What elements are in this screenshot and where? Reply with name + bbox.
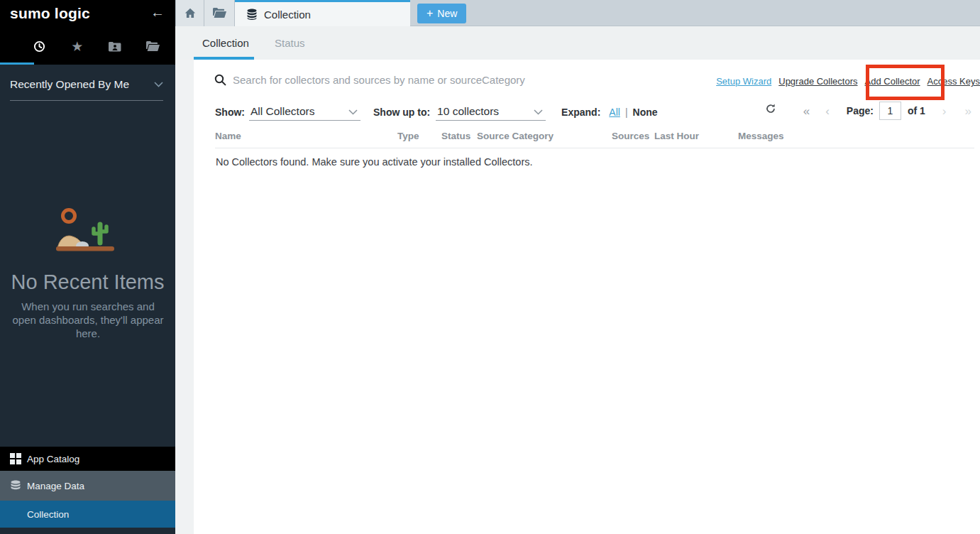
column-header-type: Type bbox=[397, 131, 441, 141]
tab-label: Collection bbox=[264, 9, 311, 21]
favorites-tab[interactable]: ★ bbox=[67, 38, 88, 56]
collectors-table-header: Name Type Status Source Category Sources… bbox=[215, 131, 974, 148]
no-recent-items-subtitle: When you run searches and open dashboard… bbox=[11, 300, 165, 340]
window-tab-bar: Collection + New bbox=[175, 0, 980, 26]
home-tab-button[interactable] bbox=[175, 0, 204, 26]
database-icon bbox=[10, 480, 21, 491]
add-collector-link[interactable]: Add Collector bbox=[865, 76, 920, 87]
sidebar-item-label: Collection bbox=[27, 509, 69, 520]
expand-all-link[interactable]: All bbox=[609, 107, 620, 121]
last-page-button[interactable]: » bbox=[965, 105, 971, 117]
show-up-to-dropdown[interactable]: 10 collectors bbox=[436, 105, 546, 121]
page-number-input[interactable] bbox=[879, 102, 901, 120]
plus-icon: + bbox=[426, 8, 433, 19]
next-page-button[interactable]: › bbox=[942, 105, 947, 117]
home-icon bbox=[185, 8, 196, 18]
upgrade-collectors-link[interactable]: Upgrade Collectors bbox=[778, 76, 857, 87]
recent-scope-dropdown[interactable]: Recently Opened By Me bbox=[10, 78, 163, 101]
page-label: Page: bbox=[847, 105, 874, 116]
show-up-to-value: 10 collectors bbox=[436, 105, 499, 118]
search-input[interactable] bbox=[233, 70, 616, 89]
page-subtab-strip: Collection Status bbox=[175, 26, 980, 60]
chevron-down-icon bbox=[348, 109, 358, 115]
expand-separator: | bbox=[625, 107, 628, 121]
sidebar-item-label: Manage Data bbox=[27, 481, 84, 491]
shared-content-tab[interactable] bbox=[104, 38, 126, 56]
show-filter-dropdown[interactable]: All Collectors bbox=[249, 105, 360, 121]
show-filter-label: Show: bbox=[215, 107, 245, 121]
refresh-button[interactable] bbox=[765, 103, 776, 114]
tab-collection[interactable]: Collection bbox=[235, 0, 410, 26]
sidebar-logo-row: sumo logic ← bbox=[0, 0, 175, 28]
toolbar-links: Setup Wizard Upgrade Collectors Add Coll… bbox=[716, 76, 980, 87]
search-icon bbox=[214, 74, 226, 86]
active-sidebar-tab-indicator bbox=[0, 62, 34, 65]
collapse-sidebar-arrow-icon[interactable]: ← bbox=[150, 4, 165, 21]
show-up-to-label: Show up to: bbox=[373, 107, 430, 121]
new-tab-button[interactable]: + New bbox=[417, 4, 466, 23]
sidebar-item-app-catalog[interactable]: App Catalog bbox=[0, 447, 175, 471]
recent-scope-label: Recently Opened By Me bbox=[10, 78, 129, 91]
sidebar: sumo logic ← ★ Recently Opened By Me bbox=[0, 0, 175, 534]
no-collectors-message: No Collectors found. Make sure you activ… bbox=[216, 156, 532, 168]
sidebar-icon-tabs: ★ bbox=[0, 28, 175, 65]
recents-tab[interactable] bbox=[28, 38, 50, 56]
column-header-status: Status bbox=[441, 131, 477, 141]
column-header-source-category: Source Category bbox=[477, 131, 612, 141]
clock-icon bbox=[33, 40, 45, 53]
desert-empty-state-illustration bbox=[0, 207, 175, 254]
sumo-logic-logo: sumo logic bbox=[10, 5, 90, 22]
expand-none-link[interactable]: None bbox=[633, 107, 658, 121]
column-header-messages: Messages bbox=[738, 131, 974, 141]
library-tab-button[interactable] bbox=[204, 0, 235, 26]
sidebar-item-label: App Catalog bbox=[27, 454, 79, 464]
subtab-collection[interactable]: Collection bbox=[202, 37, 249, 49]
setup-wizard-link[interactable]: Setup Wizard bbox=[716, 76, 771, 87]
chevron-down-icon bbox=[534, 109, 543, 115]
collection-panel: Setup Wizard Upgrade Collectors Add Coll… bbox=[194, 60, 980, 534]
open-folder-icon bbox=[146, 41, 160, 52]
sidebar-item-manage-data[interactable]: Manage Data bbox=[0, 471, 175, 501]
library-tab[interactable] bbox=[143, 38, 164, 56]
filter-row: Show: All Collectors Show up to: 10 coll… bbox=[215, 101, 658, 121]
open-folder-icon bbox=[213, 8, 226, 18]
new-button-label: New bbox=[437, 8, 457, 19]
expand-label: Expand: bbox=[561, 107, 600, 121]
column-header-name: Name bbox=[215, 131, 397, 141]
folder-person-icon bbox=[109, 41, 121, 52]
star-icon: ★ bbox=[71, 40, 83, 53]
database-icon bbox=[246, 9, 258, 20]
chevron-down-icon bbox=[154, 82, 163, 87]
panel-gutter bbox=[175, 60, 194, 534]
show-filter-value: All Collectors bbox=[249, 105, 314, 118]
page-count-label: of 1 bbox=[908, 105, 925, 116]
previous-page-button[interactable]: ‹ bbox=[825, 105, 830, 117]
no-recent-items-title: No Recent Items bbox=[0, 271, 175, 294]
column-header-last-hour: Last Hour bbox=[654, 131, 738, 141]
first-page-button[interactable]: « bbox=[803, 105, 810, 117]
access-keys-link[interactable]: Access Keys bbox=[927, 76, 980, 87]
pagination: « ‹ Page: of 1 › » bbox=[803, 101, 973, 121]
refresh-icon bbox=[765, 103, 776, 114]
subtab-status[interactable]: Status bbox=[275, 37, 305, 49]
sidebar-item-collection[interactable]: Collection bbox=[0, 501, 175, 528]
grid-icon bbox=[10, 453, 21, 464]
column-header-sources: Sources bbox=[612, 131, 654, 141]
